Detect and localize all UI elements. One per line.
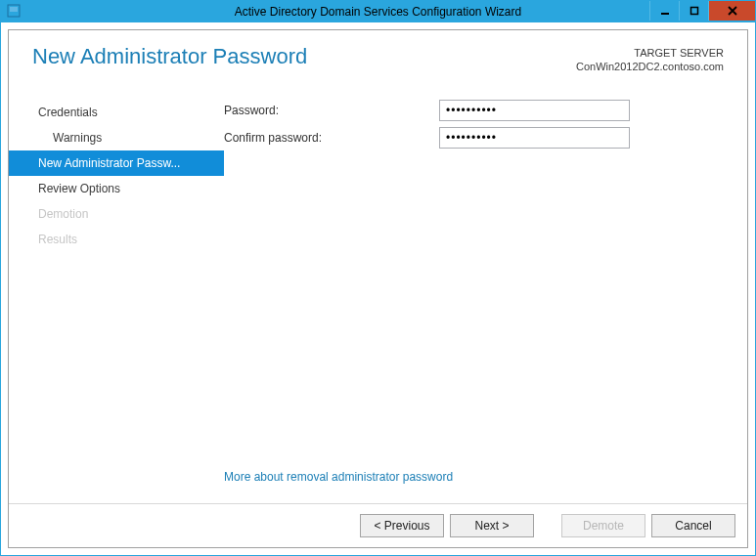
cancel-button[interactable]: Cancel bbox=[651, 514, 735, 537]
sidebar-item-warnings[interactable]: Warnings bbox=[9, 125, 224, 150]
title-bar: Active Directory Domain Services Configu… bbox=[1, 1, 755, 22]
app-icon bbox=[7, 4, 21, 18]
sidebar-item-results: Results bbox=[9, 227, 224, 252]
window-title: Active Directory Domain Services Configu… bbox=[235, 5, 521, 19]
help-link[interactable]: More about removal administrator passwor… bbox=[224, 464, 728, 495]
target-server-block: TARGET SERVER ConWin2012DC2.contoso.com bbox=[576, 44, 724, 74]
button-bar: < Previous Next > Demote Cancel bbox=[9, 503, 747, 547]
spacer bbox=[224, 154, 728, 464]
close-button[interactable] bbox=[708, 1, 755, 21]
content-row: Credentials Warnings New Administrator P… bbox=[9, 76, 747, 503]
wizard-sidebar: Credentials Warnings New Administrator P… bbox=[9, 76, 224, 503]
target-server-label: TARGET SERVER bbox=[576, 46, 724, 60]
confirm-password-row: Confirm password: bbox=[224, 127, 728, 149]
sidebar-item-new-admin-password[interactable]: New Administrator Passw... bbox=[9, 150, 224, 176]
header-row: New Administrator Password TARGET SERVER… bbox=[9, 30, 747, 76]
svg-rect-3 bbox=[690, 8, 697, 15]
body-frame: New Administrator Password TARGET SERVER… bbox=[1, 22, 755, 555]
sidebar-item-review-options[interactable]: Review Options bbox=[9, 176, 224, 201]
confirm-password-input[interactable] bbox=[439, 127, 630, 149]
main-panel: Password: Confirm password: More about r… bbox=[224, 76, 747, 503]
window-controls bbox=[649, 1, 755, 21]
wizard-window: Active Directory Domain Services Configu… bbox=[0, 0, 756, 556]
inner-panel: New Administrator Password TARGET SERVER… bbox=[8, 29, 748, 548]
previous-button[interactable]: < Previous bbox=[360, 514, 444, 537]
page-title: New Administrator Password bbox=[32, 44, 307, 69]
maximize-button[interactable] bbox=[679, 1, 708, 21]
target-server-name: ConWin2012DC2.contoso.com bbox=[576, 60, 724, 73]
password-input[interactable] bbox=[439, 100, 630, 121]
password-row: Password: bbox=[224, 100, 728, 121]
svg-rect-2 bbox=[661, 13, 669, 15]
password-label: Password: bbox=[224, 104, 439, 117]
sidebar-item-demotion: Demotion bbox=[9, 201, 224, 227]
sidebar-item-credentials[interactable]: Credentials bbox=[9, 100, 224, 125]
demote-button: Demote bbox=[561, 514, 645, 537]
next-button[interactable]: Next > bbox=[450, 514, 534, 537]
minimize-button[interactable] bbox=[649, 1, 679, 21]
confirm-password-label: Confirm password: bbox=[224, 131, 439, 145]
svg-rect-1 bbox=[10, 7, 18, 12]
